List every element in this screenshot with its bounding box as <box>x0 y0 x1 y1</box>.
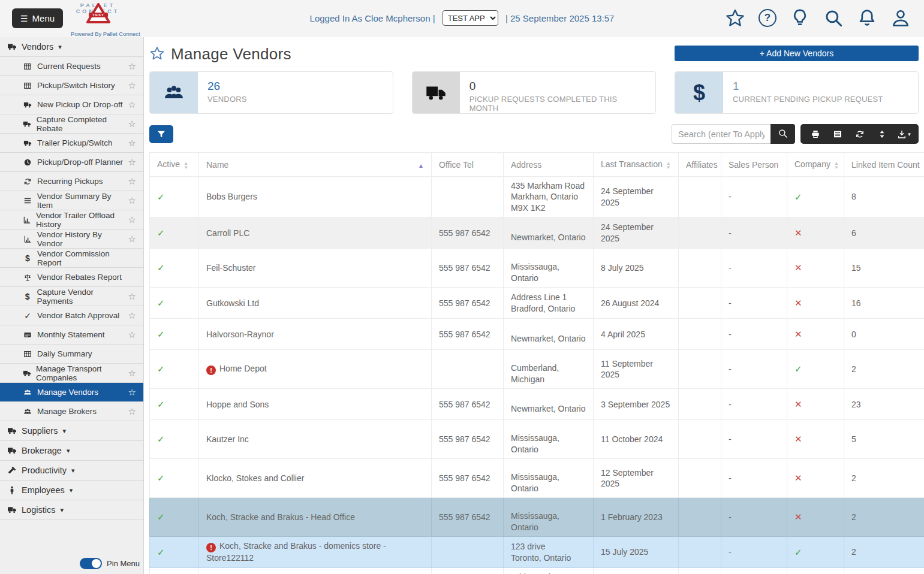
col-header-last-transaction[interactable]: Last Transaction▲▼ <box>594 153 679 177</box>
sidebar-group-suppliers[interactable]: Suppliers▾ <box>0 421 143 441</box>
table-search-input[interactable] <box>672 124 770 144</box>
favorite-star-icon[interactable]: ☆ <box>128 61 136 72</box>
table-search-button[interactable] <box>770 124 795 144</box>
filter-button[interactable] <box>149 125 173 143</box>
pin-menu-label: Pin Menu <box>107 559 140 568</box>
search-icon[interactable] <box>823 7 844 28</box>
sidebar-item-new-pickup-or-drop-off[interactable]: New Pickup Or Drop-off☆ <box>0 95 143 114</box>
app-environment-select[interactable]: TEST APP <box>443 10 498 26</box>
table-row-halvorson-raynor[interactable]: ✓Halvorson-Raynor555 987 6542Newmarket, … <box>150 319 924 350</box>
favorite-star-icon[interactable]: ☆ <box>128 387 136 398</box>
lightbulb-icon[interactable] <box>790 7 810 28</box>
sidebar-item-vendor-summary-by-item[interactable]: Vendor Summary By Item☆ <box>0 191 143 210</box>
dollar-icon: $ <box>675 72 723 113</box>
cell-address: Mississauga, Ontario <box>504 498 594 537</box>
sidebar-group-employees[interactable]: Employees▾ <box>0 481 143 500</box>
sidebar-item-manage-brokers[interactable]: Manage Brokers☆ <box>0 402 143 421</box>
cell-active: ✓ <box>150 288 199 319</box>
favorite-star-icon[interactable]: ☆ <box>128 330 136 340</box>
list-button[interactable] <box>826 124 848 144</box>
table-row-carroll-plc[interactable]: ✓Carroll PLC555 987 6542Newmarket, Ontar… <box>150 217 924 249</box>
favorite-star-icon[interactable]: ☆ <box>128 195 136 206</box>
add-new-vendors-button[interactable]: + Add New Vendors <box>675 46 919 61</box>
user-profile-icon[interactable] <box>890 7 911 28</box>
cell-affiliates <box>679 249 721 288</box>
sidebar-item-daily-summary[interactable]: Daily Summary <box>0 345 143 364</box>
table-row-home-depot[interactable]: ✓!Home DepotCumberland, Michigan11 Septe… <box>150 350 924 389</box>
col-header-company[interactable]: Company▲▼ <box>787 153 844 177</box>
truck-icon <box>23 101 32 109</box>
sidebar-item-vendor-rebates-report[interactable]: Vendor Rebates Report <box>0 268 143 287</box>
sidebar-item-manage-vendors[interactable]: Manage Vendors☆ <box>0 383 143 402</box>
table-row-koch-stracke-and-brakus-head-office[interactable]: ✓Koch, Stracke and Brakus - Head Office5… <box>150 498 924 537</box>
sidebar-item-pickup-switch-history[interactable]: Pickup/Switch History☆ <box>0 76 143 95</box>
favorite-star-icon[interactable]: ☆ <box>128 119 136 129</box>
sidebar-group-brokerage[interactable]: Brokerage▾ <box>0 441 143 461</box>
sidebar-item-capture-completed-rebate[interactable]: Capture Completed Rebate☆ <box>0 114 143 134</box>
cell-linked-item-count: 2 <box>844 459 924 498</box>
sidebar-item-vendor-history-by-vendor[interactable]: Vendor History By Vendor☆ <box>0 229 143 249</box>
sidebar-item-recurring-pickups[interactable]: Recurring Pickups☆ <box>0 172 143 191</box>
cell-office-tel: 555 987 6542 <box>432 459 504 498</box>
alert-icon: ! <box>206 365 216 375</box>
sidebar-item-vendor-commission-report[interactable]: $Vendor Commission Report <box>0 249 143 268</box>
cell-active: ✓ <box>150 420 199 459</box>
table-row-bobs-burgers[interactable]: ✓Bobs Burgers435 Markham RoadMarkham, On… <box>150 177 924 217</box>
truck-icon <box>23 139 32 147</box>
table-row-feil-schuster[interactable]: ✓Feil-Schuster555 987 6542Mississauga, O… <box>150 249 924 288</box>
stat-label: CURRENT PENDING PICKUP REQUEST <box>733 95 883 104</box>
cell-active: ✓ <box>150 217 199 249</box>
top-header-bar: ☰Menu PALLET CONNECT TEST Powered By Pal… <box>0 0 924 37</box>
favorite-star-icon[interactable]: ☆ <box>128 99 136 110</box>
sidebar-group-logistics[interactable]: Logistics▾ <box>0 500 143 520</box>
table-row-kautzer-inc[interactable]: ✓Kautzer Inc555 987 6542Mississauga, Ont… <box>150 420 924 459</box>
table-row-gutkowski-ltd[interactable]: ✓Gutkowski Ltd555 987 6542Address Line 1… <box>150 288 924 319</box>
active-check-icon: ✓ <box>157 228 165 238</box>
sidebar-group-vendors[interactable]: Vendors▾ <box>0 37 143 57</box>
sidebar-item-vendor-trailer-offload-history[interactable]: Vendor Trailer Offload History☆ <box>0 210 143 229</box>
sidebar-item-manage-transport-companies[interactable]: Manage Transport Companies☆ <box>0 364 143 383</box>
cell-address: Address Line 1Cottondale, Alabama35453 <box>504 568 594 574</box>
help-icon[interactable]: ? <box>759 9 776 27</box>
cell-last-transaction: 8 July 2025 <box>594 249 679 288</box>
favorite-star-icon[interactable]: ☆ <box>128 80 136 91</box>
sidebar-item-capture-vendor-payments[interactable]: $Capture Vendor Payments☆ <box>0 287 143 306</box>
favorite-star-icon[interactable]: ☆ <box>128 406 136 417</box>
sortud-button[interactable] <box>871 124 893 144</box>
table-row-koss-dicki-name[interactable]: ✓Koss-Dicki name?555 987 6542Address Lin… <box>150 568 924 574</box>
favorites-star-icon[interactable] <box>725 7 745 28</box>
favorite-star-icon[interactable]: ☆ <box>128 234 136 244</box>
sidebar-item-monthly-statement[interactable]: Monthly Statement☆ <box>0 325 143 345</box>
table-row-koch-stracke-and-brakus-domenics-store-store122112[interactable]: ✓!Koch, Stracke and Brakus - domenics st… <box>150 537 924 568</box>
favorite-star-icon[interactable]: ☆ <box>128 291 136 302</box>
notifications-bell-icon[interactable] <box>857 7 877 28</box>
favorite-star-icon[interactable]: ☆ <box>128 157 136 168</box>
sidebar-item-current-requests[interactable]: Current Requests☆ <box>0 57 143 76</box>
favorite-star-icon[interactable]: ☆ <box>128 176 136 187</box>
page-favorite-star-icon[interactable] <box>149 45 165 64</box>
table-row-klocko-stokes-and-collier[interactable]: ✓Klocko, Stokes and Collier555 987 6542M… <box>150 459 924 498</box>
cell-active: ✓ <box>150 177 199 217</box>
favorite-star-icon[interactable]: ☆ <box>128 138 136 149</box>
favorite-star-icon[interactable]: ☆ <box>128 215 136 225</box>
col-header-name[interactable]: Name▲ <box>199 153 432 177</box>
favorite-star-icon[interactable]: ☆ <box>128 310 136 321</box>
pin-menu-toggle[interactable] <box>80 558 102 569</box>
sidebar-item-trailer-pickup-switch[interactable]: Trailer Pickup/Switch☆ <box>0 134 143 153</box>
truck-icon <box>7 446 17 455</box>
cell-linked-item-count: 2 <box>844 537 924 568</box>
sidebar-item-pickup-drop-off-planner[interactable]: Pickup/Drop-off Planner☆ <box>0 153 143 172</box>
refresh-button[interactable] <box>848 124 871 144</box>
col-header-active[interactable]: Active▲▼ <box>150 153 199 177</box>
favorite-star-icon[interactable]: ☆ <box>128 368 136 379</box>
col-header-office-tel: Office Tel <box>432 153 504 177</box>
sidebar-item-vendor-batch-approval[interactable]: ✓Vendor Batch Approval☆ <box>0 306 143 325</box>
table-row-hoppe-and-sons[interactable]: ✓Hoppe and Sons555 987 6542Newmarket, On… <box>150 389 924 420</box>
grid-icon <box>23 62 32 71</box>
company-x-icon: ✕ <box>794 399 802 409</box>
download-button[interactable]: ▾ <box>893 124 915 144</box>
company-check-icon: ✓ <box>794 547 802 557</box>
printer-button[interactable] <box>804 124 826 144</box>
sidebar-group-productivity[interactable]: Productivity▾ <box>0 461 143 481</box>
col-header-linked-item-count: Linked Item Count <box>844 153 924 177</box>
